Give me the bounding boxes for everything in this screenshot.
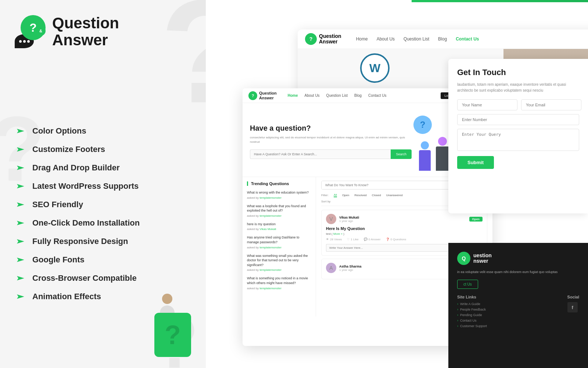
nav-about[interactable]: About Us [377,36,395,42]
svg-marker-3 [17,184,24,188]
contact-submit-button[interactable]: Submit [457,156,494,169]
trending-q-6: What is something you noticed in a movie… [247,276,311,285]
mockup-nav-home[interactable]: Home [288,93,298,98]
mockup-nav-contact[interactable]: Contact Us [368,93,386,98]
filter-unanswered[interactable]: Unanswered [386,194,403,197]
footer-link-text-3: Pending Guide [460,313,482,317]
logo-text: Question Answer [52,15,119,49]
left-panel: ? ? ? ? & Question Answer Color Options [0,0,220,368]
mockup-nav-links: Home About Us Question List Blog Contact… [288,93,441,98]
contact-name-input[interactable] [457,99,517,110]
browser-nav: ? Question Answer Home About Us Question… [298,29,588,49]
trending-q-5: What was something small you asked the d… [247,254,311,268]
mockup-nav-blog[interactable]: Blog [354,93,362,98]
trending-q-2: What was a loophole that you found and e… [247,204,311,213]
svg-marker-4 [17,202,24,207]
footer-social-col: Social f [567,295,579,330]
q-card-desc-1: test ( More » ) [326,232,483,236]
nav-contact[interactable]: Contact Us [456,36,479,42]
footer-link-2[interactable]: › People Feedback [457,308,487,311]
trending-q-3: here is my question [247,222,311,227]
mockup-logo-icon: ? [248,91,257,100]
facebook-icon[interactable]: f [567,302,578,312]
svg-marker-2 [17,166,24,170]
right-section: ? Question Answer Home About Us Question… [206,0,588,368]
green-top-bar [412,0,588,2]
filter-all[interactable]: All [334,193,337,197]
footer-link-text-5: Customer Support [460,324,487,328]
mockup-nav-qlist[interactable]: Question List [326,93,348,98]
contact-number-input[interactable] [457,114,579,125]
q-likes-1: ♡ 1 Like [347,238,358,241]
mockup-logo-text: Home Question Answer [259,91,277,100]
arrow-icon-3 [15,162,26,174]
mockup-search-button[interactable]: Search [391,149,412,159]
nav-blog[interactable]: Blog [438,36,447,42]
q-views-1: 👁 28 Views [326,238,342,241]
footer-link-4[interactable]: › Contact Us [457,319,487,322]
footer-link-5[interactable]: › Customer Support [457,324,487,328]
logo-question-mark: ? [29,21,37,35]
trending-by-2: asked by templatemonster [247,214,311,217]
trending-q-1: What is wrong with the education system? [247,190,311,195]
trending-title: Trending Questions [247,181,311,186]
trending-item-1: What is wrong with the education system?… [247,190,311,199]
arrow-icon-7 [15,236,26,247]
mockup-nav-about[interactable]: About Us [304,93,319,98]
q-avatar-1: V [326,214,336,224]
footer-link-text-2: People Feedback [460,308,486,311]
svg-marker-7 [17,258,24,262]
footer-link-3[interactable]: › Pending Guide [457,313,487,317]
feature-item-4: Latest WordPress Supports [15,180,140,192]
trending-item-2: What was a loophole that you found and e… [247,204,311,217]
arrow-icon-8 [15,254,26,266]
dot-2 [23,40,26,43]
mockup-logo: ? Home Question Answer [248,91,277,100]
footer-logo-text: uestion nswer [473,253,492,264]
q-answers-1: 💬 0 Answer [364,238,381,241]
arrow-icon-10 [15,291,26,302]
q-card-stats-1: 👁 28 Views ♡ 1 Like 💬 0 Answer ❓ 0 Quest… [326,238,483,241]
footer-link-1[interactable]: › Write A Guide [457,302,487,306]
filter-closed[interactable]: Closed [372,194,381,197]
feature-label-8: Google Fonts [32,255,85,265]
feature-item-9: Cross-Browser Compatible [15,272,140,284]
footer-logo: Q uestion nswer [457,252,579,265]
illus-figure-2 [436,137,449,171]
nav-question-list[interactable]: Question List [404,36,429,42]
logo-icon: ? & [15,15,48,48]
logo-badge: & [36,26,46,36]
arrow-icon: › [457,308,458,311]
nav-logo-icon: ? [305,33,317,45]
mockup-hero-title: Have a question? [250,124,412,132]
feature-label-4: Latest WordPress Supports [32,181,139,191]
mockup-search-input[interactable] [250,149,391,159]
illus-figure-1 [419,141,431,171]
svg-marker-1 [17,147,24,152]
footer-link-text-4: Contact Us [460,319,477,322]
q-user-time-1: 1 year ago [339,219,466,223]
arrow-icon-6 [15,217,26,229]
svg-marker-0 [17,129,24,133]
filter-label: Filter: [321,194,329,197]
q-card-title-1: Here Is My Question [326,226,483,231]
q-user-info-2: Astha Sharma 1 year ago [339,265,466,272]
footer-desc: in ea voluptate velit esse quam nihi dol… [457,269,579,275]
footer-site-links: Site Links › Write A Guide › People Feed… [457,295,487,330]
nav-home[interactable]: Home [356,36,368,42]
feature-label-3: Drag And Drop Builder [32,163,120,173]
mockup-hero-desc: consectetur adipiscing elit, sed do eius… [250,135,412,144]
contact-email-input[interactable] [521,99,581,110]
q-avatar-2: A [326,263,336,273]
wordpress-icon: W [360,53,390,83]
trending-by-5: asked by templatemonster [247,268,311,272]
feature-list: Color Options Customize Footers Drag And… [15,125,140,302]
contact-query-textarea[interactable] [457,129,579,151]
q-user-info-1: Vikas Mukati 1 year ago [339,216,466,223]
wp-letter: W [369,61,380,75]
q-questions-1: ❓ 0 Questions [386,238,406,241]
footer-contact-button[interactable]: ct Us [457,280,478,289]
feature-label-2: Customize Footers [32,145,105,154]
filter-resolved[interactable]: Resolved [354,194,366,197]
filter-open[interactable]: Open [342,194,349,197]
